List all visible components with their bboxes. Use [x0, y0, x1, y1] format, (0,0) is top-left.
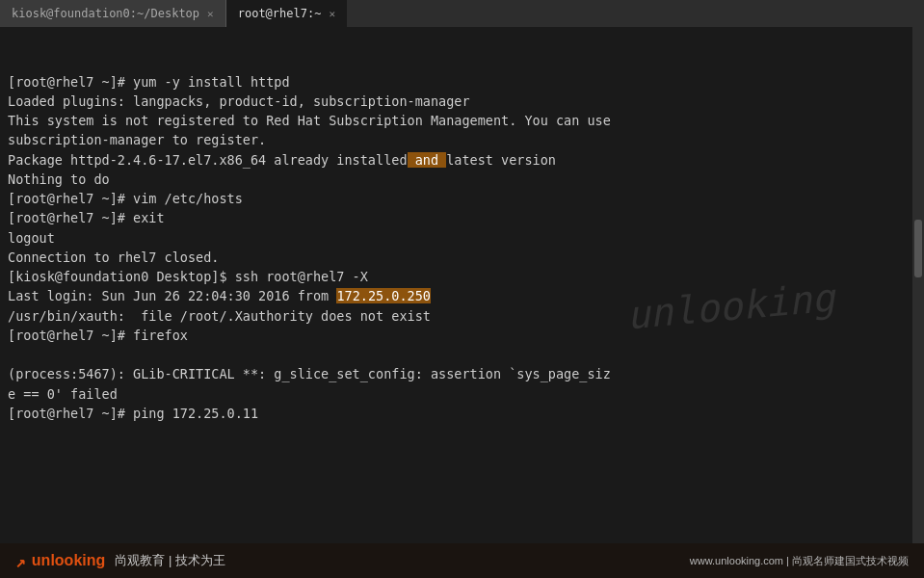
scrollbar[interactable] — [912, 27, 924, 543]
terminal-line: [root@rhel7 ~]# yum -y install httpd — [8, 72, 905, 92]
terminal-line: Connection to rhel7 closed. — [8, 248, 905, 267]
terminal-line: subscription-manager to register. — [8, 130, 905, 149]
highlighted-ip: 172.25.0.250 — [336, 288, 431, 303]
tab-kiosk-close[interactable]: ✕ — [207, 9, 214, 19]
footer: ↗ unlooking 尚观教育 | 技术为王 www.unlooking.co… — [0, 543, 924, 578]
terminal-line: [kiosk@foundation0 Desktop]$ ssh root@rh… — [8, 267, 905, 286]
terminal-container: [root@rhel7 ~]# yum -y install httpdLoad… — [0, 27, 924, 543]
terminal-line: [root@rhel7 ~]# exit — [8, 208, 905, 227]
terminal-line: Last login: Sun Jun 26 22:04:30 2016 fro… — [8, 286, 905, 305]
terminal-line: logout — [8, 228, 905, 248]
logo-icon: ↗ — [15, 551, 26, 571]
terminal-line: Loaded plugins: langpacks, product-id, s… — [8, 92, 905, 111]
tab-root-close[interactable]: ✕ — [329, 9, 335, 19]
terminal-line: Nothing to do — [8, 170, 905, 189]
terminal-line: This system is not registered to Red Hat… — [8, 111, 905, 130]
terminal-line: [root@rhel7 ~]# firefox — [8, 326, 905, 345]
terminal-line — [8, 345, 905, 364]
footer-tagline: 尚观教育 | 技术为王 — [115, 552, 225, 569]
terminal-line: Package httpd-2.4.6-17.el7.x86_64 alread… — [8, 150, 905, 170]
footer-left: ↗ unlooking 尚观教育 | 技术为王 — [15, 551, 225, 571]
terminal-line: (process:5467): GLib-CRITICAL **: g_slic… — [8, 364, 905, 383]
terminal-line: e == 0' failed — [8, 384, 905, 404]
tab-kiosk[interactable]: kiosk@foundation0:~/Desktop ✕ — [0, 0, 225, 27]
terminal-line: [root@rhel7 ~]# ping 172.25.0.11 — [8, 404, 905, 423]
terminal-line: /usr/bin/xauth: file /root/.Xauthority d… — [8, 306, 905, 326]
tab-root-label: root@rhel7:~ — [238, 7, 322, 20]
terminal-line: [root@rhel7 ~]# vim /etc/hosts — [8, 189, 905, 208]
tab-bar: kiosk@foundation0:~/Desktop ✕ root@rhel7… — [0, 0, 924, 27]
logo-name: unlooking — [32, 552, 105, 569]
tab-root[interactable]: root@rhel7:~ ✕ — [226, 0, 347, 27]
footer-right-text: www.unlooking.com | 尚观名师建国式技术视频 — [690, 554, 909, 568]
terminal[interactable]: [root@rhel7 ~]# yum -y install httpdLoad… — [0, 27, 912, 543]
tab-kiosk-label: kiosk@foundation0:~/Desktop — [12, 7, 199, 20]
scrollbar-thumb[interactable] — [914, 220, 922, 277]
highlighted-and: and — [408, 152, 447, 168]
